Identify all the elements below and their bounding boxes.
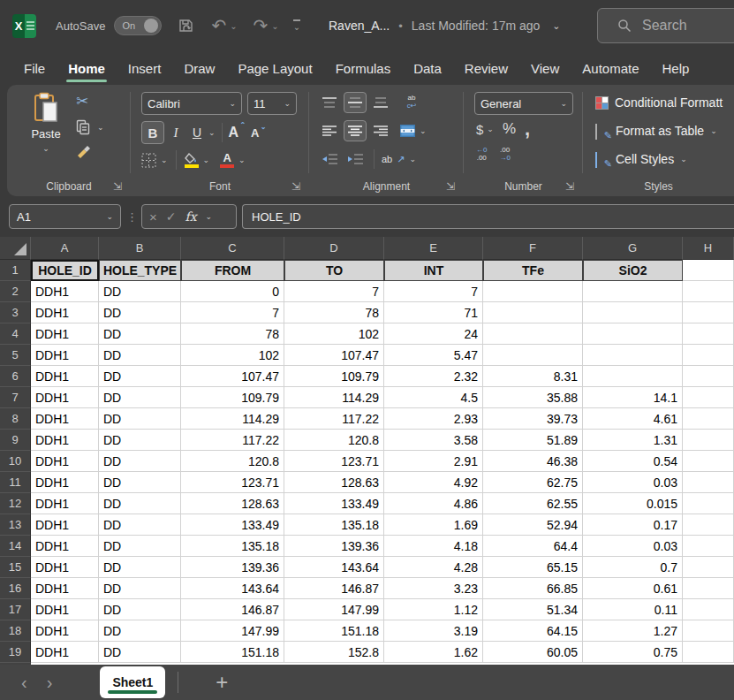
cell-B13[interactable]: DD bbox=[99, 514, 181, 536]
cell-C5[interactable]: 102 bbox=[181, 345, 284, 366]
cell-A5[interactable]: DDH1 bbox=[31, 345, 99, 366]
row-header-11[interactable]: 11 bbox=[0, 472, 31, 493]
cell-H4[interactable] bbox=[683, 323, 734, 345]
cell-D14[interactable]: 139.36 bbox=[284, 536, 384, 557]
cell-H17[interactable] bbox=[683, 599, 734, 620]
cell-F5[interactable] bbox=[483, 345, 583, 366]
align-right-button[interactable] bbox=[369, 120, 392, 141]
cell-D5[interactable]: 107.47 bbox=[284, 345, 384, 366]
italic-button[interactable]: I bbox=[166, 121, 185, 144]
cell-H15[interactable] bbox=[683, 557, 734, 578]
row-header-8[interactable]: 8 bbox=[0, 408, 31, 430]
cell-E11[interactable]: 4.92 bbox=[384, 472, 483, 493]
row-header-10[interactable]: 10 bbox=[0, 451, 31, 472]
row-header-15[interactable]: 15 bbox=[0, 557, 31, 578]
cell-H16[interactable] bbox=[683, 578, 734, 599]
cell-C16[interactable]: 143.64 bbox=[181, 578, 284, 599]
cell-B18[interactable]: DD bbox=[99, 620, 181, 642]
tab-insert[interactable]: Insert bbox=[117, 51, 173, 85]
cell-C18[interactable]: 147.99 bbox=[181, 620, 284, 642]
cell-A11[interactable]: DDH1 bbox=[31, 472, 99, 493]
cell-C11[interactable]: 123.71 bbox=[181, 472, 284, 493]
cell-C10[interactable]: 120.8 bbox=[181, 451, 284, 472]
cell-D15[interactable]: 143.64 bbox=[284, 557, 384, 578]
column-header-a[interactable]: A bbox=[31, 237, 99, 260]
cell-B11[interactable]: DD bbox=[99, 472, 181, 493]
cell-B15[interactable]: DD bbox=[99, 557, 181, 578]
cell-D4[interactable]: 102 bbox=[284, 323, 384, 345]
cell-F16[interactable]: 66.85 bbox=[483, 578, 583, 599]
row-header-6[interactable]: 6 bbox=[0, 366, 31, 387]
cell-C14[interactable]: 135.18 bbox=[181, 536, 284, 557]
cell-H6[interactable] bbox=[683, 366, 734, 387]
cell-E17[interactable]: 1.12 bbox=[384, 599, 483, 620]
cell-D3[interactable]: 78 bbox=[284, 302, 384, 323]
font-name-select[interactable]: Calibri ⌄ bbox=[141, 92, 242, 115]
cell-B4[interactable]: DD bbox=[99, 323, 181, 345]
row-header-3[interactable]: 3 bbox=[0, 302, 31, 323]
cell-D1[interactable]: TO bbox=[284, 260, 384, 281]
cell-F6[interactable]: 8.31 bbox=[483, 366, 583, 387]
cell-G14[interactable]: 0.03 bbox=[583, 536, 683, 557]
row-header-14[interactable]: 14 bbox=[0, 536, 31, 557]
row-header-7[interactable]: 7 bbox=[0, 387, 31, 408]
font-dialog-launcher-icon[interactable]: ⇲ bbox=[291, 180, 300, 193]
cell-D17[interactable]: 147.99 bbox=[284, 599, 384, 620]
column-header-d[interactable]: D bbox=[284, 237, 384, 260]
row-header-19[interactable]: 19 bbox=[0, 642, 31, 663]
cell-D16[interactable]: 146.87 bbox=[284, 578, 384, 599]
cell-C12[interactable]: 128.63 bbox=[181, 493, 284, 514]
cell-A1[interactable]: HOLE_ID bbox=[31, 260, 99, 281]
column-header-g[interactable]: G bbox=[583, 237, 683, 260]
cell-F12[interactable]: 62.55 bbox=[483, 493, 583, 514]
row-header-1[interactable]: 1 bbox=[0, 260, 31, 281]
cell-F18[interactable]: 64.15 bbox=[483, 620, 583, 642]
copy-button[interactable]: ⌄ bbox=[76, 119, 104, 135]
copy-chevron-icon[interactable]: ⌄ bbox=[97, 123, 104, 132]
cell-C8[interactable]: 114.29 bbox=[181, 408, 284, 430]
cell-F3[interactable] bbox=[483, 302, 583, 323]
cell-E12[interactable]: 4.86 bbox=[384, 493, 483, 514]
cell-A9[interactable]: DDH1 bbox=[31, 430, 99, 451]
font-color-button[interactable]: A ⌄ bbox=[220, 152, 246, 168]
cell-H18[interactable] bbox=[683, 620, 734, 642]
cell-G16[interactable]: 0.61 bbox=[583, 578, 683, 599]
row-header-12[interactable]: 12 bbox=[0, 493, 31, 514]
cell-C6[interactable]: 107.47 bbox=[181, 366, 284, 387]
borders-button[interactable]: ⌄ bbox=[141, 153, 168, 168]
underline-chevron-icon[interactable]: ⌄ bbox=[208, 128, 216, 137]
cell-C1[interactable]: FROM bbox=[181, 260, 284, 281]
tab-formulas[interactable]: Formulas bbox=[324, 51, 403, 85]
column-header-b[interactable]: B bbox=[99, 237, 181, 260]
tab-file[interactable]: File bbox=[12, 51, 57, 85]
cell-C2[interactable]: 0 bbox=[181, 281, 284, 302]
cell-E2[interactable]: 7 bbox=[384, 281, 483, 302]
cell-C19[interactable]: 151.18 bbox=[181, 642, 284, 663]
percent-style-button[interactable]: % bbox=[503, 120, 516, 138]
cell-D8[interactable]: 117.22 bbox=[284, 408, 384, 430]
column-header-f[interactable]: F bbox=[483, 237, 583, 260]
fx-chevron-icon[interactable]: ⌄ bbox=[206, 212, 213, 221]
cell-B17[interactable]: DD bbox=[99, 599, 181, 620]
cell-G18[interactable]: 1.27 bbox=[583, 620, 683, 642]
tab-view[interactable]: View bbox=[519, 51, 571, 85]
cell-F17[interactable]: 51.34 bbox=[483, 599, 583, 620]
row-header-16[interactable]: 16 bbox=[0, 578, 31, 599]
sheet-tab-sheet1[interactable]: Sheet1 bbox=[100, 666, 165, 698]
cell-B9[interactable]: DD bbox=[99, 430, 181, 451]
column-header-e[interactable]: E bbox=[384, 237, 483, 260]
cell-E9[interactable]: 3.58 bbox=[384, 430, 483, 451]
cell-E5[interactable]: 5.47 bbox=[384, 345, 483, 366]
cell-C7[interactable]: 109.79 bbox=[181, 387, 284, 408]
cell-F13[interactable]: 52.94 bbox=[483, 514, 583, 536]
cell-D12[interactable]: 133.49 bbox=[284, 493, 384, 514]
cell-C17[interactable]: 146.87 bbox=[181, 599, 284, 620]
cell-H8[interactable] bbox=[683, 408, 734, 430]
cell-H5[interactable] bbox=[683, 345, 734, 366]
cell-F10[interactable]: 46.38 bbox=[483, 451, 583, 472]
cell-E10[interactable]: 2.91 bbox=[384, 451, 483, 472]
cell-E8[interactable]: 2.93 bbox=[384, 408, 483, 430]
cell-A15[interactable]: DDH1 bbox=[31, 557, 99, 578]
cell-A6[interactable]: DDH1 bbox=[31, 366, 99, 387]
cell-A12[interactable]: DDH1 bbox=[31, 493, 99, 514]
